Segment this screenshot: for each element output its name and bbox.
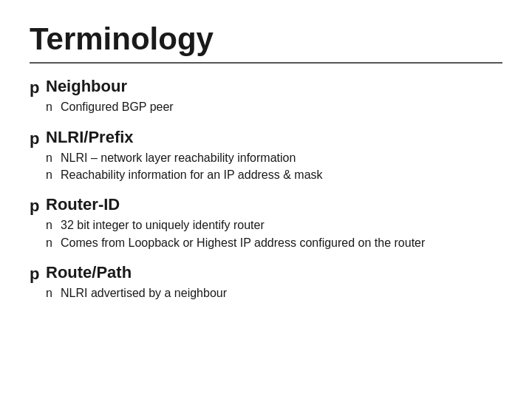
nlri-sub2: Reachability information for an IP addre… [61,167,323,183]
slide: Terminology p Neighbour n Configured BGP… [0,0,532,399]
nlri-sub1: NLRI – network layer reachability inform… [61,150,296,166]
sub-item: n Configured BGP peer [46,99,502,115]
sub-item: n NLRI advertised by a neighbour [46,285,502,301]
bullet-p-icon: p [30,78,40,98]
bullet-nlri: p NLRI/Prefix [30,128,502,149]
sub-item: n NLRI – network layer reachability info… [46,150,502,166]
bullet-router-id: p Router-ID [30,195,502,216]
sub-item: n Comes from Loopback or Highest IP addr… [46,235,502,251]
content: p Neighbour n Configured BGP peer p NLRI… [30,77,502,306]
bullet-n-icon-5: n [46,236,55,250]
route-path-sub1: NLRI advertised by a neighbour [61,285,227,301]
nlri-label: NLRI/Prefix [46,128,134,147]
bullet-route-path: p Route/Path [30,263,502,284]
neighbour-sub1: Configured BGP peer [61,99,174,115]
section-route-path: p Route/Path n NLRI advertised by a neig… [30,263,502,301]
route-path-subitems: n NLRI advertised by a neighbour [46,285,502,301]
router-id-sub2: Comes from Loopback or Highest IP addres… [61,235,425,251]
bullet-neighbour: p Neighbour [30,77,502,98]
bullet-n-icon-2: n [46,151,55,165]
bullet-n-icon-4: n [46,219,55,232]
sub-item: n 32 bit integer to uniquely identify ro… [46,217,502,233]
title-divider [30,62,502,64]
nlri-subitems: n NLRI – network layer reachability info… [46,150,502,184]
bullet-p-icon-2: p [30,129,40,149]
section-nlri: p NLRI/Prefix n NLRI – network layer rea… [30,128,502,184]
bullet-n-icon-3: n [46,168,55,182]
section-router-id: p Router-ID n 32 bit integer to uniquely… [30,195,502,251]
route-path-label: Route/Path [46,263,132,282]
bullet-n-icon-6: n [46,287,55,300]
router-id-subitems: n 32 bit integer to uniquely identify ro… [46,217,502,251]
sub-item: n Reachability information for an IP add… [46,167,502,183]
bullet-p-icon-3: p [30,197,40,216]
router-id-label: Router-ID [46,195,120,214]
neighbour-subitems: n Configured BGP peer [46,99,502,115]
section-neighbour: p Neighbour n Configured BGP peer [30,77,502,115]
router-id-sub1: 32 bit integer to uniquely identify rout… [61,217,265,233]
bullet-p-icon-4: p [30,265,40,284]
slide-title: Terminology [30,22,502,56]
bullet-n-icon: n [46,100,55,114]
neighbour-label: Neighbour [46,77,127,96]
